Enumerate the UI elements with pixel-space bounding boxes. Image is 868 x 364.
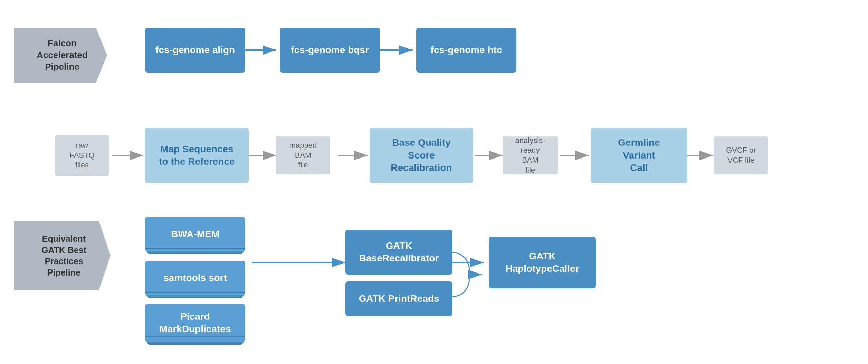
picard-markduplicates-wrapper: Picard MarkDuplicates [145,304,245,344]
analysis-ready-bam-file: analysis- ready BAM file [503,136,558,174]
gatk-pipeline-label: Equivalent GATK Best Practices Pipeline [14,221,111,290]
gatk-baserecalibrator-box: GATK BaseRecalibrator [345,230,452,275]
raw-fastq-file: raw FASTQ files [55,135,109,176]
brace-connector [449,230,484,316]
map-sequences-box: Map Sequences to the Reference [145,128,249,183]
germline-variant-call-box: Germline Variant Call [591,128,687,183]
gatk-printreads-box: GATK PrintReads [345,281,452,316]
samtools-divider1 [145,292,245,293]
gvcf-vcf-file: GVCF or VCF file [714,136,768,174]
gatk-haplotypecaller-box: GATK HaplotypeCaller [489,237,596,288]
mapped-bam-file: mapped BAM file [276,136,330,174]
fcs-genome-align-box: fcs-genome align [145,28,245,73]
bwa-divider2 [145,250,245,251]
samtools-divider2 [145,294,245,295]
fcs-genome-bqsr-box: fcs-genome bqsr [280,28,380,73]
falcon-pipeline-label: Falcon Accelerated Pipeline [14,28,107,83]
picard-divider1 [145,336,245,337]
diagram: Falcon Accelerated Pipeline fcs-genome a… [0,0,868,364]
bwa-divider1 [145,248,245,249]
fcs-genome-htc-box: fcs-genome htc [416,28,516,73]
bqsr-box: Base Quality Score Recalibration [370,128,473,183]
